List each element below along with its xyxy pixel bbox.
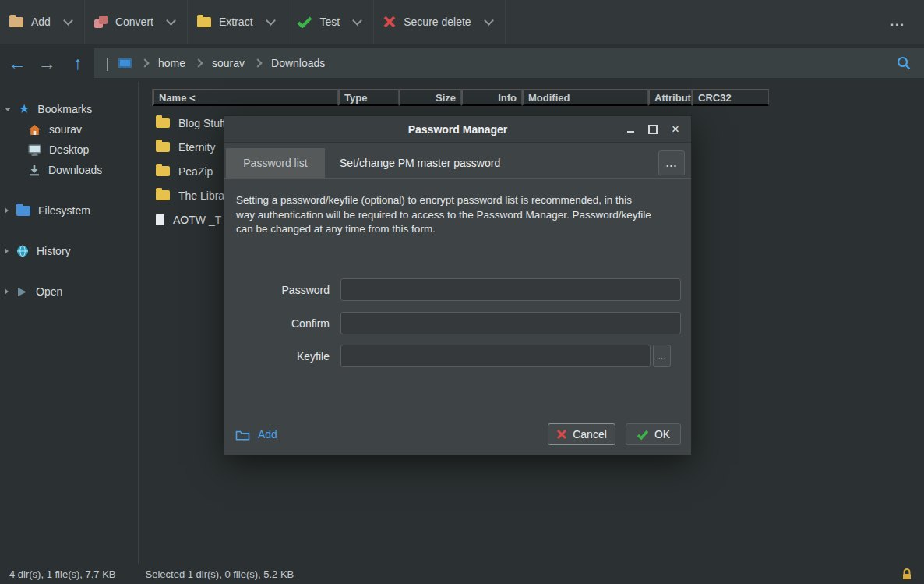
file-name: The Librar <box>178 189 228 202</box>
file-name: AOTW _T <box>173 214 221 226</box>
sidebar-item-label: Downloads <box>48 164 102 176</box>
chevron-down-icon <box>107 58 108 71</box>
test-button-label: Test <box>320 16 340 28</box>
add-dropdown-chevron[interactable] <box>65 15 72 27</box>
extract-button[interactable]: Extract <box>197 16 253 28</box>
add-folder-icon <box>235 429 250 441</box>
sidebar-section-bookmarks[interactable]: ★ Bookmarks <box>0 99 138 119</box>
open-play-icon <box>16 286 28 298</box>
search-icon <box>896 55 912 71</box>
folder-icon <box>156 142 170 152</box>
breadcrumb-separator-icon <box>140 58 149 67</box>
confirm-input[interactable] <box>340 312 681 334</box>
back-button[interactable]: ← <box>3 49 31 77</box>
search-button[interactable] <box>896 55 912 71</box>
bookmarks-star-icon: ★ <box>19 103 30 115</box>
chevron-down-icon <box>266 16 276 26</box>
sidebar-item-downloads[interactable]: Downloads <box>0 160 138 180</box>
sidebar-section-filesystem[interactable]: Filesystem <box>0 200 138 221</box>
tab-password-list[interactable]: Password list <box>226 148 325 178</box>
convert-button[interactable]: Convert <box>94 16 153 28</box>
keyfile-input[interactable] <box>340 345 651 367</box>
status-counts: 4 dir(s), 1 file(s), 7.7 KB <box>9 568 116 580</box>
dialog-more-button[interactable]: ... <box>658 150 685 175</box>
secure-delete-dropdown-chevron[interactable] <box>485 15 492 27</box>
ok-check-icon <box>637 430 649 440</box>
sidebar-section-label: Bookmarks <box>37 103 92 115</box>
test-button[interactable]: Test <box>297 16 340 28</box>
sidebar-item-label: sourav <box>49 123 82 136</box>
column-header-size[interactable]: Size <box>399 89 461 106</box>
add-archive-icon <box>9 17 23 27</box>
main-toolbar: Add Convert Extract Test <box>0 0 924 44</box>
chevron-down-icon <box>484 16 494 26</box>
toolbar-separator <box>505 0 506 44</box>
expand-arrow-icon <box>5 248 9 254</box>
test-check-icon <box>297 16 312 28</box>
dialog-description: Setting a password/keyfile (optional) to… <box>224 179 665 237</box>
extract-button-label: Extract <box>219 16 253 28</box>
expand-arrow-icon <box>5 207 9 214</box>
up-button[interactable]: ↑ <box>64 49 92 77</box>
convert-button-label: Convert <box>115 16 153 28</box>
column-header-modified[interactable]: Modified <box>522 89 648 106</box>
add-keyfile-button[interactable]: Add <box>235 428 277 441</box>
home-icon <box>28 124 41 136</box>
keyfile-browse-button[interactable]: ... <box>653 345 671 367</box>
folder-icon <box>156 190 170 200</box>
convert-dropdown-chevron[interactable] <box>168 15 175 27</box>
history-globe-icon <box>16 245 29 257</box>
column-header-crc32[interactable]: CRC32 <box>692 89 769 106</box>
maximize-button[interactable] <box>643 120 663 139</box>
column-header-name[interactable]: Name < <box>153 89 338 106</box>
password-label: Password <box>224 284 340 296</box>
column-header-type[interactable]: Type <box>338 89 399 106</box>
status-bar: 4 dir(s), 1 file(s), 7.7 KB Selected 1 d… <box>0 564 924 584</box>
dialog-tabs: Password list Set/change PM master passw… <box>224 148 691 179</box>
tab-set-master-password[interactable]: Set/change PM master password <box>325 148 505 178</box>
close-icon: × <box>672 122 679 136</box>
cancel-x-icon <box>556 429 567 440</box>
cancel-button[interactable]: Cancel <box>548 423 615 445</box>
extract-icon <box>197 17 211 27</box>
breadcrumb-downloads[interactable]: Downloads <box>271 57 325 69</box>
minimize-icon <box>627 131 634 133</box>
add-link-label: Add <box>258 428 277 441</box>
sidebar-spacer <box>0 221 138 241</box>
sidebar-section-history[interactable]: History <box>0 241 138 261</box>
path-dropdown-button[interactable] <box>107 58 108 69</box>
add-button[interactable]: Add <box>9 16 51 28</box>
forward-button[interactable]: → <box>33 49 61 77</box>
window-controls: × <box>620 120 691 139</box>
download-icon <box>28 165 41 176</box>
collapse-arrow-icon <box>5 108 11 111</box>
column-header-info[interactable]: Info <box>461 89 522 106</box>
add-button-label: Add <box>31 16 51 28</box>
breadcrumb-home[interactable]: home <box>158 57 185 69</box>
extract-dropdown-chevron[interactable] <box>267 15 274 27</box>
sidebar: ★ Bookmarks sourav Desktop Downloads Fil… <box>0 82 139 564</box>
maximize-icon <box>648 125 658 134</box>
ok-button[interactable]: OK <box>626 423 681 445</box>
sidebar-item-label: Desktop <box>49 143 89 156</box>
breadcrumb-separator-icon <box>194 58 203 67</box>
secure-delete-button[interactable]: Secure delete <box>383 16 471 28</box>
sidebar-item-sourav[interactable]: sourav <box>0 119 138 140</box>
expand-arrow-icon <box>5 288 9 295</box>
sidebar-item-desktop[interactable]: Desktop <box>0 140 138 160</box>
password-lock-button[interactable] <box>901 568 913 580</box>
test-dropdown-chevron[interactable] <box>354 15 361 27</box>
minimize-button[interactable] <box>620 120 640 139</box>
status-selected: Selected 1 dir(s), 0 file(s), 5.2 KB <box>146 568 294 580</box>
close-button[interactable]: × <box>665 120 686 139</box>
file-icon <box>156 214 164 225</box>
sidebar-section-open[interactable]: Open <box>0 281 138 302</box>
dialog-titlebar[interactable]: Password Manager × <box>224 116 691 143</box>
password-row: Password <box>224 278 681 302</box>
password-input[interactable] <box>340 278 681 301</box>
ok-button-label: OK <box>654 428 670 441</box>
breadcrumb-sourav[interactable]: sourav <box>212 57 245 69</box>
toolbar-more-button[interactable]: ... <box>886 14 910 30</box>
column-header-attributes[interactable]: Attribut <box>648 89 692 106</box>
folder-icon <box>156 118 170 128</box>
